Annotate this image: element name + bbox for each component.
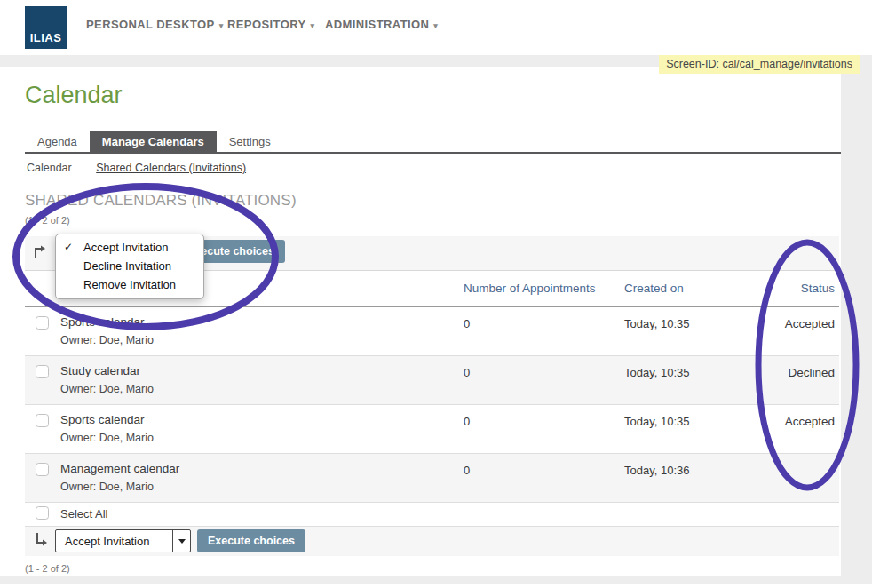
row-checkbox[interactable] (36, 365, 49, 378)
calendar-owner: Owner: Doe, Mario (60, 481, 154, 493)
tab-settings[interactable]: Settings (217, 131, 283, 152)
tab-agenda[interactable]: Agenda (25, 131, 90, 152)
created-on-value: Today, 10:35 (624, 415, 689, 428)
ilias-logo[interactable]: ILIAS (25, 6, 67, 49)
subtab-shared-calendars[interactable]: Shared Calendars (Invitations) (96, 162, 246, 174)
page-title: Calendar (25, 82, 123, 109)
chevron-down-icon: ▾ (433, 21, 438, 30)
tab-manage-calendars[interactable]: Manage Calendars (90, 131, 217, 152)
table-row: Sports calendar Owner: Doe, Mario 0 Toda… (25, 405, 839, 454)
row-checkbox[interactable] (36, 316, 49, 330)
nav-repository-label: REPOSITORY (227, 18, 306, 31)
menu-item-decline-invitation[interactable]: Decline Invitation (56, 257, 203, 275)
select-all-checkbox[interactable] (36, 506, 49, 520)
content-panel: Calendar Agenda Manage Calendars Setting… (0, 67, 841, 576)
menu-item-accept-invitation[interactable]: ✓ Accept Invitation (56, 238, 203, 257)
appointments-count: 0 (464, 415, 470, 428)
pagination-bottom: (1 - 2 of 2) (25, 563, 70, 574)
column-header-status: Status (735, 282, 835, 295)
created-on-value: Today, 10:35 (624, 317, 689, 330)
nav-personal-desktop[interactable]: PERSONAL DESKTOP▾ (86, 18, 224, 31)
created-on-value: Today, 10:36 (624, 464, 689, 477)
calendar-title: Sports calendar (60, 315, 145, 329)
top-navbar: ILIAS PERSONAL DESKTOP▾ REPOSITORY▾ ADMI… (0, 0, 872, 55)
calendar-owner: Owner: Doe, Mario (60, 334, 154, 346)
execute-choices-button-bottom[interactable]: Execute choices (197, 529, 305, 552)
column-header-created-on: Created on (624, 282, 684, 295)
menu-item-decline-label: Decline Invitation (83, 259, 171, 273)
select-all-row: Select All (25, 503, 839, 526)
status-value: Accepted (735, 317, 835, 330)
nav-repository[interactable]: REPOSITORY▾ (227, 18, 314, 31)
chevron-down-icon: ▾ (311, 21, 315, 30)
section-heading: SHARED CALENDARS (INVITATIONS) (25, 192, 297, 210)
menu-item-remove-invitation[interactable]: Remove Invitation (56, 275, 203, 294)
row-checkbox[interactable] (36, 414, 49, 427)
action-select-bottom[interactable]: Accept Invitation (55, 529, 191, 552)
tab-bar: Agenda Manage Calendars Settings (25, 130, 283, 152)
select-caret-icon (172, 530, 190, 552)
chevron-down-icon: ▾ (219, 21, 224, 30)
calendar-title: Sports calendar (60, 413, 145, 426)
tab-bar-underline (25, 152, 841, 154)
checkmark-icon: ✓ (64, 238, 73, 257)
appointments-count: 0 (464, 317, 470, 330)
action-select-bottom-value: Accept Invitation (56, 535, 172, 548)
calendar-title: Management calendar (60, 462, 179, 475)
menu-item-remove-label: Remove Invitation (83, 278, 176, 291)
status-value: Accepted (735, 415, 835, 428)
action-dropdown-menu: ✓ Accept Invitation Decline Invitation R… (55, 234, 204, 299)
subtab-calendar[interactable]: Calendar (27, 162, 72, 174)
table-row: Sports calendar Owner: Doe, Mario 0 Toda… (25, 307, 839, 356)
status-value: Declined (735, 366, 835, 379)
appointments-count: 0 (464, 464, 470, 477)
calendar-owner: Owner: Doe, Mario (60, 432, 154, 444)
screen-id-badge: Screen-ID: cal/cal_manage/invitations (659, 55, 860, 74)
appointments-count: 0 (464, 366, 470, 379)
nav-administration[interactable]: ADMINISTRATION▾ (325, 18, 438, 31)
select-all-label: Select All (60, 507, 107, 520)
invitations-table: Accept Invitation Execute choices ✓ Acce… (25, 236, 839, 576)
created-on-value: Today, 10:35 (624, 366, 689, 379)
table-row: Management calendar Owner: Doe, Mario 0 … (25, 454, 839, 503)
calendar-title: Study calendar (60, 364, 140, 377)
table-command-row-top: Accept Invitation Execute choices ✓ Acce… (25, 236, 839, 270)
apply-to-selection-up-arrow-icon (31, 242, 49, 260)
apply-to-selection-down-arrow-icon (33, 531, 51, 549)
column-header-appointments: Number of Appointments (464, 282, 596, 295)
nav-administration-label: ADMINISTRATION (325, 18, 429, 31)
table-row: Study calendar Owner: Doe, Mario 0 Today… (25, 356, 839, 405)
nav-personal-desktop-label: PERSONAL DESKTOP (86, 18, 215, 31)
subtab-bar: Calendar Shared Calendars (Invitations) (27, 162, 267, 174)
menu-item-accept-label: Accept Invitation (83, 241, 168, 254)
pagination-top: (1 - 2 of 2) (25, 215, 70, 226)
calendar-owner: Owner: Doe, Mario (60, 383, 154, 395)
row-checkbox[interactable] (36, 463, 49, 476)
